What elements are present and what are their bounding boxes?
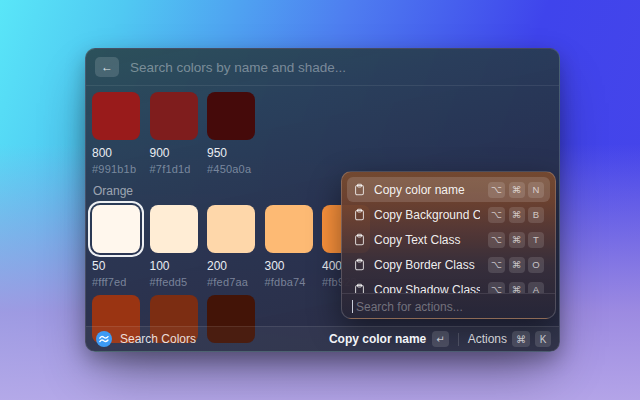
color-swatch[interactable] [207, 92, 255, 140]
footer-divider [458, 333, 459, 346]
tailwind-logo-icon [96, 331, 112, 347]
color-swatch[interactable] [207, 205, 255, 253]
command-key: ⌘ [512, 331, 530, 347]
hex-label: #7f1d1d [150, 163, 198, 175]
hex-label: #fed7aa [207, 276, 255, 288]
search-colors-window: ← Search colors by name and shade... 800… [85, 48, 560, 352]
command-key: ⌘ [509, 232, 525, 248]
hex-label: #991b1b [92, 163, 140, 175]
search-input[interactable]: Search colors by name and shade... [130, 60, 346, 75]
shortcut-keys: ⌥ ⌘ O [488, 257, 544, 273]
actions-menu: Copy color name ⌥ ⌘ N Copy Background Cl… [341, 171, 556, 319]
menu-item-copy-color-name[interactable]: Copy color name ⌥ ⌘ N [347, 177, 550, 202]
menu-item-copy-border-class[interactable]: Copy Border Class ⌥ ⌘ O [347, 252, 550, 277]
menu-item-copy-background-class[interactable]: Copy Background Class ⌥ ⌘ B [347, 202, 550, 227]
clipboard-icon [353, 183, 366, 196]
footer-bar: Search Colors Copy color name ↵ Actions … [86, 326, 559, 351]
option-key: ⌥ [488, 232, 505, 248]
option-key: ⌥ [488, 257, 505, 273]
swatch-orange-100[interactable]: 100 #ffedd5 [150, 205, 198, 288]
color-swatch[interactable] [92, 92, 140, 140]
letter-key: O [528, 257, 544, 273]
color-swatch[interactable] [265, 205, 313, 253]
color-swatch[interactable] [150, 205, 198, 253]
command-key: ⌘ [509, 182, 525, 198]
shade-label: 50 [92, 259, 140, 273]
option-key: ⌥ [488, 207, 505, 223]
primary-action-button[interactable]: Copy color name ↵ [329, 331, 449, 347]
letter-key: T [528, 232, 544, 248]
letter-key: A [528, 282, 544, 294]
shade-label: 300 [265, 259, 313, 273]
shortcut-keys: ⌥ ⌘ T [488, 232, 544, 248]
hex-label: #fff7ed [92, 276, 140, 288]
clipboard-icon [353, 258, 366, 271]
enter-key-icon: ↵ [432, 331, 448, 347]
app-name: Search Colors [120, 332, 196, 346]
color-swatch[interactable] [150, 92, 198, 140]
swatch-red-900[interactable]: 900 #7f1d1d [150, 92, 198, 175]
clipboard-icon [353, 233, 366, 246]
back-button[interactable]: ← [95, 57, 119, 77]
option-key: ⌥ [488, 282, 505, 294]
red-swatch-row: 800 #991b1b 900 #7f1d1d 950 #450a0a [92, 92, 553, 175]
shade-label: 900 [150, 146, 198, 160]
shade-label: 200 [207, 259, 255, 273]
shortcut-keys: ⌥ ⌘ A [488, 282, 544, 294]
k-key: K [535, 331, 551, 347]
search-bar: ← Search colors by name and shade... [86, 49, 559, 86]
color-swatch-selected[interactable] [92, 205, 140, 253]
shade-label: 800 [92, 146, 140, 160]
back-arrow-icon: ← [101, 60, 113, 74]
swatch-orange-50[interactable]: 50 #fff7ed [92, 205, 140, 288]
clipboard-icon [353, 283, 366, 293]
clipboard-icon [353, 208, 366, 221]
swatch-orange-300[interactable]: 300 #fdba74 [265, 205, 313, 288]
swatch-orange-200[interactable]: 200 #fed7aa [207, 205, 255, 288]
hex-label: #fdba74 [265, 276, 313, 288]
command-key: ⌘ [509, 282, 525, 294]
swatch-red-950[interactable]: 950 #450a0a [207, 92, 255, 175]
shortcut-keys: ⌥ ⌘ B [488, 207, 544, 223]
command-key: ⌘ [509, 257, 525, 273]
hex-label: #450a0a [207, 163, 255, 175]
swatch-red-800[interactable]: 800 #991b1b [92, 92, 140, 175]
option-key: ⌥ [488, 182, 505, 198]
text-cursor [352, 300, 353, 313]
letter-key: N [528, 182, 544, 198]
shade-label: 100 [150, 259, 198, 273]
actions-button[interactable]: Actions ⌘ K [468, 331, 551, 347]
actions-search-input[interactable]: Search for actions... [342, 293, 555, 319]
letter-key: B [528, 207, 544, 223]
command-key: ⌘ [509, 207, 525, 223]
shade-label: 950 [207, 146, 255, 160]
menu-item-copy-text-class[interactable]: Copy Text Class ⌥ ⌘ T [347, 227, 550, 252]
actions-menu-list: Copy color name ⌥ ⌘ N Copy Background Cl… [342, 172, 555, 293]
menu-item-copy-shadow-class[interactable]: Copy Shadow Class ⌥ ⌘ A [347, 277, 550, 293]
hex-label: #ffedd5 [150, 276, 198, 288]
shortcut-keys: ⌥ ⌘ N [488, 182, 544, 198]
